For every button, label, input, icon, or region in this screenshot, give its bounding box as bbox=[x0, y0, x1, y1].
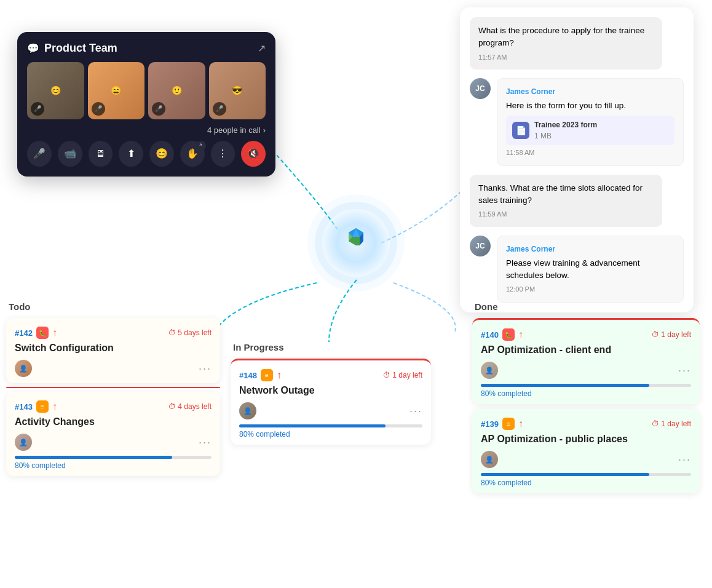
clock-icon-140: ⏱ bbox=[652, 330, 659, 339]
more-button-142[interactable]: ··· bbox=[199, 362, 212, 375]
task-card-140: #140 🐛 ↑ ⏱ 1 day left AP Optimization - … bbox=[472, 318, 700, 404]
video-thumb-1: 😊 🎤 bbox=[27, 62, 84, 119]
end-call-button[interactable]: 🔇 bbox=[241, 141, 266, 167]
task-avatar-139: 👤 bbox=[481, 451, 498, 468]
progress-label-148: 80% completed bbox=[239, 430, 422, 439]
mic-button[interactable]: 🎤 bbox=[27, 141, 52, 167]
sender-name-2: James Corner bbox=[506, 244, 674, 255]
message-tag-139: ≡ bbox=[502, 418, 515, 430]
chat-bubble-sent-1: James Corner Here is the form for you to… bbox=[497, 78, 684, 166]
more-button-148[interactable]: ··· bbox=[409, 405, 422, 418]
video-card-title-text: Product Team bbox=[44, 42, 117, 55]
clock-icon-143: ⏱ bbox=[168, 402, 176, 411]
more-button-140[interactable]: ··· bbox=[678, 364, 691, 377]
task-header-139: #139 ≡ ↑ ⏱ 1 day left bbox=[481, 418, 691, 430]
emoji-button[interactable]: 😊 bbox=[149, 141, 174, 167]
inprogress-column: In Progress #148 ≡ ↑ ⏱ 1 day left Networ… bbox=[231, 342, 431, 445]
divider-todo bbox=[6, 387, 220, 388]
chat-bubble-sent-2: James Corner Please view training & adva… bbox=[497, 236, 684, 303]
task-card-142: #142 🐛 ↑ ⏱ 5 days left Switch Configurat… bbox=[6, 318, 220, 383]
progress-bar-wrap-148 bbox=[239, 424, 422, 427]
due-date-140: ⏱ 1 day left bbox=[652, 330, 691, 339]
task-id-row-139: #139 ≡ ↑ bbox=[481, 418, 523, 430]
chat-time-3: 11:59 AM bbox=[478, 209, 654, 220]
video-card-title: 💬 Product Team bbox=[27, 42, 117, 55]
more-button-143[interactable]: ··· bbox=[199, 436, 212, 449]
chat-message-3: Thanks. What are the time slots allocate… bbox=[470, 175, 684, 227]
todo-column: Todo #142 🐛 ↑ ⏱ 5 days left Switch Confi… bbox=[6, 301, 220, 476]
priority-icon-142: ↑ bbox=[52, 327, 57, 338]
chat-time-1: 11:57 AM bbox=[478, 52, 654, 63]
task-footer-139: 👤 ··· bbox=[481, 451, 691, 468]
file-size: 1 MB bbox=[534, 130, 597, 141]
task-avatar-148: 👤 bbox=[239, 402, 256, 419]
task-title-140: AP Optimization - client end bbox=[481, 344, 691, 356]
due-text-139: 1 day left bbox=[661, 419, 691, 428]
progress-bar-wrap-140 bbox=[481, 384, 691, 387]
message-tag-148: ≡ bbox=[261, 369, 273, 381]
inprogress-column-label: In Progress bbox=[231, 342, 431, 352]
due-text-140: 1 day left bbox=[661, 330, 691, 339]
todo-column-label: Todo bbox=[6, 301, 220, 312]
mic-badge-3: 🎤 bbox=[152, 102, 165, 116]
chat-text-2: Here is the form for you to fill up. bbox=[506, 100, 674, 112]
chevron-right-icon: › bbox=[263, 125, 266, 135]
task-avatar-143: 👤 bbox=[15, 434, 32, 451]
bug-tag-142: 🐛 bbox=[36, 327, 49, 339]
task-id-139: #139 bbox=[481, 419, 499, 429]
chat-message-4: JC James Corner Please view training & a… bbox=[470, 236, 684, 303]
file-icon: 📄 bbox=[512, 122, 529, 139]
progress-bar-139 bbox=[481, 473, 649, 476]
external-link-icon[interactable]: ↗ bbox=[258, 42, 266, 54]
upload-button[interactable]: ⬆ bbox=[119, 141, 143, 167]
progress-bar-148 bbox=[239, 424, 386, 427]
due-text-148: 1 day left bbox=[392, 371, 422, 379]
done-column: Done #140 🐛 ↑ ⏱ 1 day left AP Optimizati… bbox=[472, 301, 700, 493]
task-header-142: #142 🐛 ↑ ⏱ 5 days left bbox=[15, 327, 212, 339]
task-title-142: Switch Configuration bbox=[15, 343, 212, 354]
task-id-140: #140 bbox=[481, 330, 499, 340]
progress-label-140: 80% completed bbox=[481, 389, 691, 398]
chat-bubble-received-2: Thanks. What are the time slots allocate… bbox=[470, 175, 662, 227]
video-card-header: 💬 Product Team ↗ bbox=[27, 42, 266, 55]
clock-icon-139: ⏱ bbox=[652, 419, 659, 428]
video-button[interactable]: 📹 bbox=[58, 141, 82, 167]
video-call-card: 💬 Product Team ↗ 😊 🎤 😄 🎤 🙂 🎤 😎 🎤 4 peopl… bbox=[17, 32, 275, 177]
progress-bar-143 bbox=[15, 456, 172, 459]
task-footer-142: 👤 ··· bbox=[15, 360, 212, 377]
priority-icon-143: ↑ bbox=[52, 401, 57, 412]
clock-icon-142: ⏱ bbox=[168, 328, 176, 337]
task-header-140: #140 🐛 ↑ ⏱ 1 day left bbox=[481, 328, 691, 341]
task-title-139: AP Optimization - public places bbox=[481, 434, 691, 445]
task-id-row-140: #140 🐛 ↑ bbox=[481, 328, 523, 341]
priority-icon-140: ↑ bbox=[518, 329, 523, 340]
task-id-row-148: #148 ≡ ↑ bbox=[239, 369, 282, 381]
more-options-button[interactable]: ⋮ bbox=[211, 141, 235, 167]
due-date-143: ⏱ 4 days left bbox=[168, 402, 212, 411]
task-avatar-142: 👤 bbox=[15, 360, 32, 377]
done-column-label: Done bbox=[472, 301, 700, 312]
chat-text-3: Thanks. What are the time slots allocate… bbox=[478, 182, 654, 207]
progress-label-139: 80% completed bbox=[481, 479, 691, 487]
progress-bar-wrap-139 bbox=[481, 473, 691, 476]
chevron-sup-icon: ^ bbox=[196, 141, 206, 151]
task-id-row-143: #143 ≡ ↑ bbox=[15, 400, 57, 413]
task-id-row-142: #142 🐛 ↑ bbox=[15, 327, 57, 339]
task-footer-143: 👤 ··· bbox=[15, 434, 212, 451]
bug-tag-140: 🐛 bbox=[502, 328, 515, 341]
screen-share-button[interactable]: 🖥 bbox=[89, 141, 113, 167]
hand-button[interactable]: ✋ ^ bbox=[180, 141, 205, 167]
chat-text-1: What is the procedure to apply for the t… bbox=[478, 25, 654, 50]
people-count-text: 4 people in call bbox=[207, 125, 261, 135]
task-card-139: #139 ≡ ↑ ⏱ 1 day left AP Optimization - … bbox=[472, 409, 700, 493]
video-thumb-3: 🙂 🎤 bbox=[148, 62, 205, 119]
chat-bubble-received-1: What is the procedure to apply for the t… bbox=[470, 17, 662, 70]
progress-label-143: 80% completed bbox=[15, 461, 212, 470]
call-controls: 🎤 📹 🖥 ⬆ 😊 ✋ ^ ⋮ 🔇 bbox=[27, 141, 266, 167]
chat-time-4: 12:00 PM bbox=[506, 284, 674, 295]
more-button-139[interactable]: ··· bbox=[678, 453, 691, 466]
center-logo bbox=[322, 209, 390, 277]
task-id-148: #148 bbox=[239, 371, 257, 380]
task-footer-148: 👤 ··· bbox=[239, 402, 422, 419]
due-text-142: 5 days left bbox=[178, 328, 212, 337]
